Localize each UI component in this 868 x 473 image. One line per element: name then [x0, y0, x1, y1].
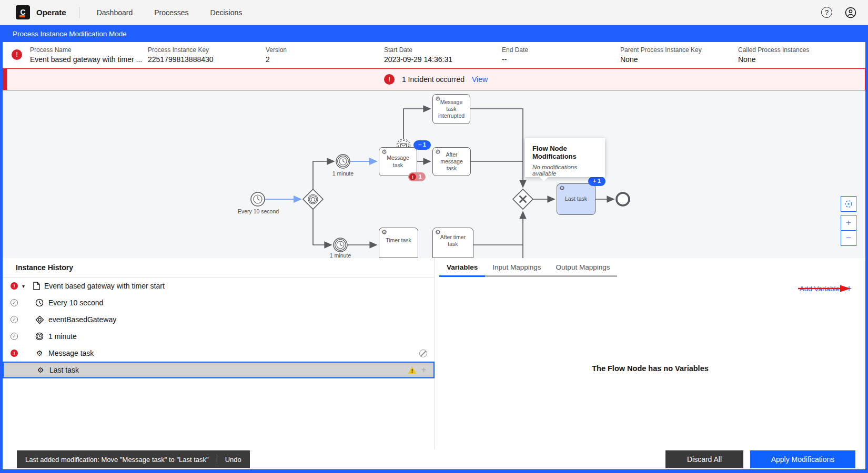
history-row-1-minute[interactable]: ✓ 1 minute — [3, 328, 435, 345]
variables-panel: Variables Input Mappings Output Mappings… — [435, 258, 865, 449]
flow-gateway-to-timer-top — [313, 161, 334, 189]
undo-button[interactable]: Undo — [225, 456, 241, 464]
task-message-task-interrupted[interactable]: ⚙ Message task interrupted — [432, 94, 470, 124]
service-task-icon: ⚙ — [36, 366, 45, 374]
field-process-instance-key: Process Instance Key 2251799813888430 — [148, 46, 214, 64]
incident-banner: ! 1 Incident occurred View — [3, 68, 865, 90]
label-timer-top: 1 minute — [332, 170, 354, 177]
service-task-icon: ⚙ — [559, 184, 565, 192]
no-variables-message: The Flow Node has no Variables — [435, 364, 865, 373]
flow-boundary-to-interrupted — [403, 109, 430, 139]
service-task-icon: ⚙ — [435, 229, 441, 236]
history-row-label: eventBasedGateway — [48, 315, 116, 324]
service-task-icon: ⚙ — [381, 229, 387, 236]
field-end-date: End Date -- — [502, 46, 528, 64]
tab-output-mappings[interactable]: Output Mappings — [549, 258, 618, 277]
incident-view-link[interactable]: View — [472, 75, 488, 84]
completed-status-icon: ✓ — [11, 299, 18, 306]
history-row-event-based-gateway[interactable]: ✓ eventBasedGateway — [3, 311, 435, 328]
timer-event-icon — [35, 332, 44, 341]
popover-arrow — [540, 177, 548, 181]
field-process-name: Process Name Event based gateway with ti… — [30, 46, 142, 64]
reset-view-icon — [844, 200, 853, 208]
task-after-timer-task[interactable]: ⚙ After timer task — [432, 228, 473, 258]
blocked-icon — [419, 349, 427, 357]
modification-mode-text: Process Instance Modification Mode — [13, 30, 127, 38]
history-row-label: Every 10 second — [48, 299, 103, 307]
history-row-label: Last task — [49, 366, 79, 374]
flow-interrupted-to-xgateway — [470, 109, 523, 187]
history-row-message-task[interactable]: ! ⚙ Message task — [3, 345, 435, 362]
zoom-out-button[interactable]: − — [841, 230, 856, 246]
label-timer-bottom: 1 minute — [330, 252, 351, 258]
variables-tabs: Variables Input Mappings Output Mappings — [435, 258, 865, 277]
tab-input-mappings[interactable]: Input Mappings — [485, 258, 548, 277]
nav-item-processes[interactable]: Processes — [154, 8, 188, 17]
cancel-token-badge: − 1 — [413, 140, 431, 150]
add-token-badge: + 1 — [588, 177, 605, 186]
field-parent-process-instance-key: Parent Process Instance Key None — [620, 46, 702, 64]
history-row-every-10-second[interactable]: ✓ Every 10 second — [3, 294, 435, 311]
last-modification-text: Last added modification: Move "Message t… — [25, 456, 209, 464]
completed-status-icon: ✓ — [11, 333, 18, 340]
reset-view-button[interactable] — [841, 196, 856, 212]
incident-icon: ! — [384, 74, 395, 85]
operate-app: C Operate Dashboard Processes Decisions … — [0, 0, 868, 473]
chevron-down-icon[interactable]: ▾ — [22, 283, 28, 289]
event-based-gateway-icon — [35, 315, 44, 324]
last-modification-box: Last added modification: Move "Message t… — [17, 450, 250, 468]
discard-all-button[interactable]: Discard All — [665, 450, 743, 468]
service-task-icon: ⚙ — [381, 148, 387, 156]
undo-divider — [217, 455, 217, 464]
bpmn-diagram-canvas[interactable]: ⚙ Message task ⚙ After message task ⚙ Me… — [3, 90, 865, 258]
start-timer-event[interactable] — [251, 192, 265, 206]
task-after-message-task[interactable]: ⚙ After message task — [432, 147, 471, 176]
tab-variables[interactable]: Variables — [439, 258, 485, 277]
history-row-label: Event based gateway with timer start — [44, 282, 165, 290]
top-nav: C Operate Dashboard Processes Decisions … — [0, 0, 868, 25]
incident-status-icon: ! — [11, 349, 18, 357]
version-link[interactable]: 2 — [266, 55, 287, 64]
event-based-gateway[interactable] — [303, 189, 323, 209]
task-message-task[interactable]: ⚙ Message task — [379, 147, 417, 176]
modification-footer: Last added modification: Move "Message t… — [3, 449, 865, 469]
field-called-process-instances: Called Process Instances None — [738, 46, 809, 64]
intermediate-timer-event-top[interactable] — [336, 155, 350, 168]
user-icon[interactable] — [845, 7, 856, 18]
help-icon[interactable]: ? — [821, 7, 832, 18]
instance-header: ! Process Name Event based gateway with … — [0, 42, 868, 68]
nav-item-dashboard[interactable]: Dashboard — [97, 8, 133, 17]
incident-count-badge: ! 1 — [408, 172, 426, 181]
annotation-arrow — [797, 284, 852, 293]
logo-orange-bar — [19, 15, 25, 17]
zoom-in-button[interactable]: + — [841, 215, 856, 231]
history-row-process-root[interactable]: ! ▾ Event based gateway with timer start — [3, 277, 435, 294]
instance-history-title: Instance History — [3, 258, 435, 277]
history-row-label: 1 minute — [48, 332, 77, 341]
task-last-task[interactable]: ⚙ Last task — [557, 183, 596, 215]
task-timer-task[interactable]: ⚙ Timer task — [379, 228, 418, 258]
warning-icon — [408, 366, 417, 374]
field-version: Version 2 — [266, 46, 287, 64]
popover-title: Flow Node Modifications — [532, 145, 598, 160]
add-modification-icon[interactable]: + — [421, 365, 426, 375]
incident-status-icon: ! — [11, 282, 18, 290]
intermediate-timer-event-bottom[interactable] — [334, 238, 347, 252]
popover-subtitle: No modifications available — [532, 164, 598, 177]
service-task-icon: ⚙ — [435, 148, 441, 156]
apply-modifications-button[interactable]: Apply Modifications — [750, 450, 855, 468]
completed-status-icon: ✓ — [11, 316, 18, 323]
flow-gateway-to-timer-bottom — [313, 209, 331, 245]
instance-history-panel: Instance History ! ▾ Event based gateway… — [3, 258, 435, 449]
end-event[interactable] — [617, 193, 629, 205]
nav-item-decisions[interactable]: Decisions — [210, 8, 243, 17]
exclusive-gateway[interactable] — [513, 189, 533, 209]
incident-text: 1 Incident occurred — [402, 75, 465, 84]
service-task-icon: ⚙ — [35, 349, 44, 357]
process-document-icon — [33, 282, 40, 290]
modification-mode-banner: Process Instance Modification Mode — [0, 25, 868, 42]
label-start-event: Every 10 second — [238, 208, 279, 214]
field-start-date: Start Date 2023-09-29 14:36:31 — [384, 46, 452, 64]
history-row-last-task[interactable]: ⚙ Last task + — [3, 362, 435, 378]
logo-letter: C — [20, 8, 25, 16]
